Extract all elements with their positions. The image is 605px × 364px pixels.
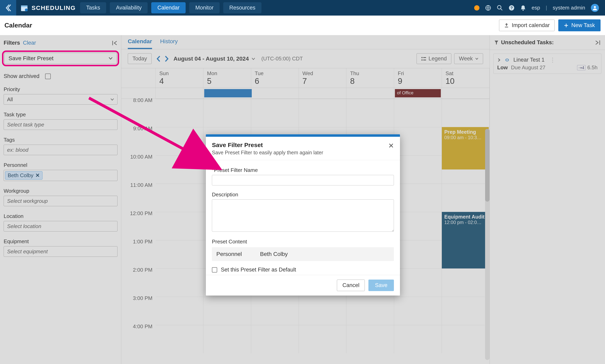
day-num: 8 bbox=[350, 77, 390, 86]
task-menu-icon[interactable]: ⋮ bbox=[550, 57, 555, 63]
upload-icon bbox=[504, 23, 509, 28]
preset-content-label: Preset Content bbox=[212, 239, 394, 245]
event-time: 09:00 am - 10:3… bbox=[444, 135, 486, 140]
lang-label[interactable]: esp bbox=[532, 5, 540, 11]
hour-label: 9:00 AM bbox=[121, 124, 156, 153]
priority-select[interactable]: All bbox=[4, 94, 117, 105]
chevron-down-icon bbox=[475, 58, 478, 60]
brand-label: SCHEDULING bbox=[31, 4, 76, 11]
day-num: 10 bbox=[445, 77, 486, 86]
day-name: Sun bbox=[159, 70, 200, 77]
day-name: Fri bbox=[398, 70, 438, 77]
import-calendar-button[interactable]: Import calendar bbox=[499, 20, 555, 31]
next-week-button[interactable] bbox=[165, 56, 169, 62]
expand-panel-icon[interactable] bbox=[595, 40, 601, 45]
nav-calendar[interactable]: Calendar bbox=[151, 2, 186, 13]
tasktype-select[interactable]: Select task type bbox=[4, 119, 117, 130]
week-label: Week bbox=[459, 55, 473, 62]
hour-label: 1:00 PM bbox=[121, 237, 156, 266]
description-textarea[interactable] bbox=[212, 199, 394, 232]
date-range[interactable]: August 04 - August 10, 2024 bbox=[174, 55, 249, 62]
search-icon[interactable] bbox=[497, 5, 503, 11]
hour-label: 12:00 PM bbox=[121, 209, 156, 237]
save-preset-highlight: Save Filter Preset bbox=[2, 51, 119, 66]
link-icon bbox=[504, 58, 510, 62]
page-title: Calendar bbox=[4, 22, 32, 29]
set-default-checkbox[interactable] bbox=[212, 267, 217, 273]
nav-tasks[interactable]: Tasks bbox=[80, 2, 106, 13]
save-filter-preset-dropdown[interactable]: Save Filter Preset bbox=[4, 53, 117, 64]
cancel-button[interactable]: Cancel bbox=[337, 280, 365, 291]
hour-label: 11:00 AM bbox=[121, 181, 156, 209]
tab-history[interactable]: History bbox=[160, 38, 178, 49]
chevron-right-icon[interactable] bbox=[497, 58, 501, 62]
workgroup-placeholder: Select workgroup bbox=[7, 198, 48, 204]
personnel-chip[interactable]: Beth Colby ✕ bbox=[5, 171, 42, 180]
svg-rect-11 bbox=[423, 57, 426, 58]
back-button[interactable] bbox=[0, 0, 16, 15]
svg-point-12 bbox=[421, 59, 423, 61]
status-dot-icon[interactable] bbox=[474, 5, 480, 11]
equipment-placeholder: Select equipment bbox=[7, 248, 48, 255]
day-name: Mon bbox=[207, 70, 247, 77]
tasktype-label: Task type bbox=[4, 112, 117, 118]
new-task-button[interactable]: New Task bbox=[558, 19, 601, 31]
close-icon[interactable]: ✕ bbox=[388, 142, 394, 156]
workgroup-select[interactable]: Select workgroup bbox=[4, 196, 117, 206]
workgroup-label: Workgroup bbox=[4, 188, 117, 194]
out-of-office-event[interactable]: of Office bbox=[395, 89, 441, 97]
preset-name-input[interactable] bbox=[212, 175, 394, 185]
task-hours: 6.5h bbox=[587, 65, 598, 71]
task-count-badge: ⇢4 bbox=[577, 65, 586, 70]
new-task-label: New Task bbox=[571, 22, 595, 28]
tags-placeholder: ex: blood bbox=[7, 147, 28, 153]
description-label: Description bbox=[212, 192, 394, 198]
nav-monitor[interactable]: Monitor bbox=[189, 2, 220, 13]
chevron-down-icon[interactable] bbox=[251, 58, 255, 60]
location-select[interactable]: Select location bbox=[4, 221, 117, 232]
today-button[interactable]: Today bbox=[128, 53, 152, 64]
svg-point-10 bbox=[421, 57, 423, 58]
scrollbar[interactable] bbox=[485, 129, 490, 360]
event-equipment-audit[interactable]: Equipment Audit 12:00 pm - 02:0… bbox=[442, 212, 489, 268]
list-icon bbox=[421, 57, 426, 61]
prev-week-button[interactable] bbox=[156, 56, 161, 62]
clear-filters-link[interactable]: Clear bbox=[23, 40, 36, 46]
equipment-select[interactable]: Select equipment bbox=[4, 246, 117, 257]
help-icon[interactable]: ? bbox=[509, 5, 515, 11]
svg-point-2 bbox=[25, 9, 28, 11]
unscheduled-task-card[interactable]: Linear Test 1 ⋮ Low Due August 27 ⇢4 6.5… bbox=[493, 53, 601, 74]
task-name: Linear Test 1 bbox=[513, 57, 545, 63]
event-prep-meeting[interactable]: Prep Meeting 09:00 am - 10:3… bbox=[442, 127, 489, 169]
personnel-select[interactable]: Beth Colby ✕ bbox=[4, 170, 117, 181]
scrollbar-thumb[interactable] bbox=[485, 129, 490, 202]
bell-icon[interactable] bbox=[520, 5, 526, 11]
legend-button[interactable]: Legend bbox=[416, 53, 451, 64]
svg-point-9 bbox=[594, 6, 596, 8]
user-name[interactable]: system admin bbox=[553, 5, 585, 11]
remove-chip-icon[interactable]: ✕ bbox=[35, 172, 40, 179]
tags-input[interactable]: ex: blood bbox=[4, 145, 117, 155]
show-archived-checkbox[interactable] bbox=[45, 74, 51, 79]
priority-value: All bbox=[7, 96, 13, 103]
nav-availability[interactable]: Availability bbox=[110, 2, 148, 13]
personnel-label: Personnel bbox=[4, 162, 117, 168]
svg-point-4 bbox=[497, 5, 501, 9]
avatar[interactable] bbox=[591, 4, 599, 12]
brand: SCHEDULING bbox=[16, 4, 80, 12]
modal-title: Save Filter Preset bbox=[212, 142, 388, 148]
tasktype-placeholder: Select task type bbox=[7, 122, 44, 128]
chevron-down-icon bbox=[109, 57, 113, 60]
calendar-icon bbox=[21, 4, 28, 12]
day-name: Sat bbox=[445, 70, 486, 77]
tab-calendar[interactable]: Calendar bbox=[128, 38, 152, 49]
filter-icon[interactable] bbox=[494, 40, 499, 45]
save-filter-preset-modal: Save Filter Preset Save Preset Filter to… bbox=[206, 134, 400, 296]
week-view-button[interactable]: Week bbox=[454, 53, 483, 64]
nav-resources[interactable]: Resources bbox=[223, 2, 261, 13]
collapse-sidebar-icon[interactable] bbox=[112, 40, 117, 46]
globe-icon[interactable] bbox=[485, 5, 491, 11]
chevron-left-double-icon bbox=[5, 4, 11, 12]
save-button[interactable]: Save bbox=[368, 280, 394, 291]
allday-event[interactable] bbox=[204, 89, 252, 97]
